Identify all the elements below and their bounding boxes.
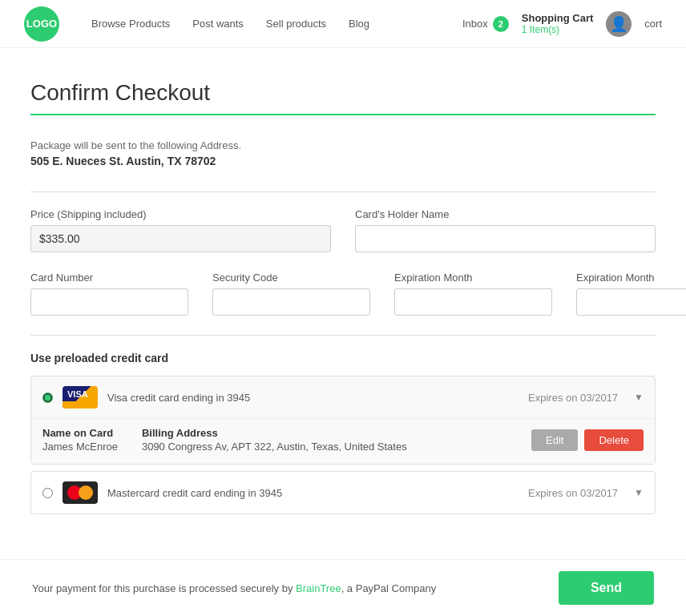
security-code-label: Security Code: [212, 272, 370, 284]
form-row-card: Card Number Security Code Expiration Mon…: [30, 272, 656, 316]
braintree-link[interactable]: BrainTree: [296, 582, 341, 586]
card-actions: Edit Delete: [531, 429, 644, 451]
title-divider: [30, 114, 656, 115]
section-divider-1: [30, 191, 656, 192]
billing-address-label: Billing Address: [142, 427, 407, 439]
inbox-area[interactable]: Inbox 2: [462, 16, 509, 32]
user-name: cort: [644, 18, 662, 30]
edit-button[interactable]: Edit: [531, 429, 578, 451]
navbar: LOGO Browse Products Post wants Sell pro…: [0, 0, 686, 48]
card-number-group: Card Number: [30, 272, 188, 316]
section-divider-2: [30, 335, 656, 336]
billing-address-value: 3090 Congress Av, APT 322, Austin, Texas…: [142, 441, 407, 453]
security-code-group: Security Code: [212, 272, 370, 316]
card-holder-label: Card's Holder Name: [355, 208, 656, 220]
cart-area[interactable]: Shopping Cart 1 Item(s): [522, 12, 594, 35]
card-number-label: Card Number: [30, 272, 188, 284]
page-footer: Your payment for this purchase is proces…: [0, 559, 686, 585]
cart-title: Shopping Cart: [522, 12, 594, 24]
visa-card-option[interactable]: VISA Visa credit card ending in 3945 Exp…: [30, 376, 656, 465]
name-on-card-group: Name on Card James McEnroe: [42, 427, 118, 453]
visa-radio[interactable]: [42, 393, 53, 403]
visa-icon: VISA: [63, 386, 98, 409]
send-button[interactable]: Send: [559, 571, 654, 585]
card-number-input[interactable]: [30, 288, 188, 316]
price-label: Price (Shipping included): [30, 208, 331, 220]
nav-links: Browse Products Post wants Sell products…: [91, 18, 462, 30]
price-input[interactable]: [30, 225, 331, 252]
visa-chevron-icon: ▼: [634, 392, 644, 403]
visa-card-description: Visa credit card ending in 3945: [107, 392, 519, 404]
footer-suffix: , a PayPal Company: [341, 582, 437, 586]
exp-year-input[interactable]: [576, 288, 686, 316]
name-on-card-label: Name on Card: [42, 427, 118, 439]
nav-right: Inbox 2 Shopping Cart 1 Item(s) 👤 cort: [462, 11, 662, 37]
nav-browse-products[interactable]: Browse Products: [91, 18, 170, 30]
logo: LOGO: [24, 6, 59, 42]
visa-card-header: VISA Visa credit card ending in 3945 Exp…: [31, 376, 655, 418]
nav-sell-products[interactable]: Sell products: [266, 18, 326, 30]
exp-month-label: Expiration Month: [394, 272, 552, 284]
cart-count: 1 Item(s): [522, 24, 559, 35]
address-section: Package will be sent to the following Ad…: [30, 139, 656, 167]
page-title: Confirm Checkout: [30, 80, 656, 106]
mastercard-card-option[interactable]: Mastercard credit card ending in 3945 Ex…: [30, 471, 656, 514]
name-on-card-value: James McEnroe: [42, 441, 118, 453]
mastercard-radio[interactable]: [42, 488, 53, 498]
inbox-label: Inbox: [462, 18, 488, 30]
mastercard-icon: [63, 481, 98, 504]
price-group: Price (Shipping included): [30, 208, 331, 252]
visa-card-details: Name on Card James McEnroe Billing Addre…: [31, 418, 655, 464]
avatar: 👤: [606, 11, 632, 37]
security-code-input[interactable]: [212, 288, 370, 316]
card-holder-input[interactable]: [355, 225, 656, 252]
address-value: 505 E. Nueces St. Austin, TX 78702: [30, 155, 656, 167]
address-label: Package will be sent to the following Ad…: [30, 139, 656, 151]
mastercard-card-header: Mastercard credit card ending in 3945 Ex…: [31, 472, 655, 513]
exp-year-label: Expiration Month: [576, 272, 686, 284]
exp-month-input[interactable]: [394, 288, 552, 316]
exp-month-group: Expiration Month: [394, 272, 552, 316]
nav-post-wants[interactable]: Post wants: [192, 18, 244, 30]
delete-button[interactable]: Delete: [584, 429, 644, 451]
visa-expires: Expires on 03/2017: [528, 392, 618, 404]
form-row-price: Price (Shipping included) Card's Holder …: [30, 208, 656, 252]
exp-year-group: Expiration Month: [576, 272, 686, 316]
mastercard-description: Mastercard credit card ending in 3945: [107, 487, 519, 499]
billing-address-group: Billing Address 3090 Congress Av, APT 32…: [142, 427, 407, 453]
preloaded-section-label: Use preloaded credit card: [30, 352, 656, 364]
inbox-count-badge: 2: [493, 16, 509, 32]
main-content: Confirm Checkout Package will be sent to…: [14, 48, 672, 585]
nav-blog[interactable]: Blog: [349, 18, 369, 30]
footer-text: Your payment for this purchase is proces…: [32, 582, 436, 586]
card-holder-group: Card's Holder Name: [355, 208, 656, 252]
mastercard-chevron-icon: ▼: [634, 487, 644, 498]
mastercard-expires: Expires on 03/2017: [528, 487, 618, 499]
footer-prefix: Your payment for this purchase is proces…: [32, 582, 296, 586]
